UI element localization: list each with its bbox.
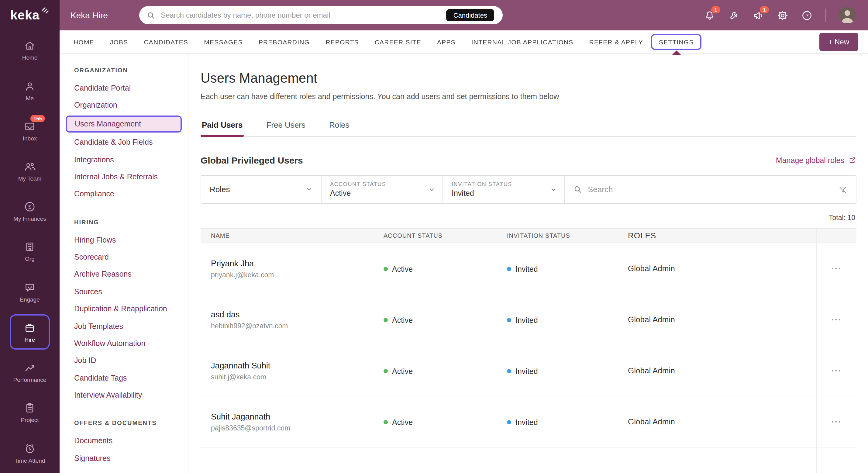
- invitation-status-filter-dropdown[interactable]: INVITATION STATUS Invited: [443, 176, 565, 203]
- help-icon: ?: [801, 9, 813, 21]
- user-cell: Priyank Jha priyank.j@keka.com: [200, 259, 383, 278]
- settings-nav-item[interactable]: Sources: [60, 283, 188, 301]
- module-nav-tab[interactable]: REPORTS: [318, 34, 367, 49]
- module-nav-tab[interactable]: MESSAGES: [196, 34, 250, 49]
- invitation-status-text: Invited: [516, 265, 538, 273]
- users-tab[interactable]: Roles: [328, 120, 351, 136]
- rail-item-home[interactable]: Home: [0, 30, 60, 70]
- global-search[interactable]: Candidates: [140, 6, 503, 24]
- clear-filters-button[interactable]: [838, 185, 847, 194]
- ellipsis-icon: •••: [832, 265, 842, 271]
- row-actions-button[interactable]: •••: [816, 396, 857, 447]
- user-avatar[interactable]: [839, 7, 856, 24]
- settings-nav-item[interactable]: Users Management: [66, 116, 182, 133]
- account-status-text: Active: [392, 316, 413, 324]
- table-row: Suhit Jagannath pajis83635@sportrid.com …: [200, 396, 857, 447]
- rail-item-my-team[interactable]: My Team: [0, 151, 60, 191]
- row-actions-button[interactable]: •••: [816, 243, 857, 294]
- module-nav-tab[interactable]: HOME: [66, 34, 102, 49]
- module-nav-tab[interactable]: PREBOARDING: [251, 34, 318, 49]
- invitation-status-text: Invited: [516, 367, 538, 376]
- main-panel: Users Management Each user can have diff…: [188, 54, 868, 473]
- keka-logo[interactable]: keka: [0, 0, 60, 30]
- rail-item-performance[interactable]: Performance: [0, 352, 60, 392]
- rail-item-my-finances[interactable]: $ My Finances: [0, 191, 60, 231]
- roles-filter-dropdown[interactable]: Roles: [201, 176, 321, 203]
- search-scope-badge[interactable]: Candidates: [446, 9, 494, 21]
- module-nav-tab[interactable]: APPS: [429, 34, 463, 49]
- settings-nav-item[interactable]: Job ID: [60, 352, 188, 369]
- invitation-status-cell: Invited: [507, 314, 628, 325]
- rail-item-me[interactable]: Me: [0, 70, 60, 110]
- table-header: NAME ACCOUNT STATUS INVITATION STATUS RO…: [200, 228, 857, 243]
- invitation-status-cell: Invited: [507, 263, 628, 274]
- column-header-actions: [816, 229, 857, 243]
- rail-item-org[interactable]: Org: [0, 231, 60, 271]
- settings-nav-item[interactable]: Duplication & Reapplication: [60, 300, 188, 318]
- module-nav-tab[interactable]: CANDIDATES: [136, 34, 196, 49]
- row-actions-button[interactable]: •••: [816, 294, 857, 345]
- module-nav-items: HOME JOBS CANDIDATES MESSAGES PREBOARDIN…: [66, 34, 702, 50]
- invited-status-dot: [507, 369, 511, 373]
- rail-item-time-attend[interactable]: Time Attend: [0, 433, 60, 473]
- settings-nav-item[interactable]: Job Templates: [60, 318, 188, 335]
- settings-nav-item[interactable]: Compliance: [60, 186, 188, 203]
- new-button[interactable]: + New: [819, 32, 858, 51]
- user-email: priyank.j@keka.com: [211, 271, 383, 278]
- settings-nav-item[interactable]: Scorecard: [60, 249, 188, 266]
- manage-global-roles-link[interactable]: Manage global roles: [776, 156, 857, 165]
- project-icon: [24, 402, 36, 414]
- sidebar-section-organization: ORGANIZATION Candidate Portal Organizati…: [60, 67, 188, 203]
- user-name: asd das: [211, 310, 383, 319]
- notifications-button[interactable]: 1: [704, 9, 715, 21]
- rail-item-inbox[interactable]: 155 Inbox: [0, 111, 60, 151]
- table-search: [565, 176, 856, 203]
- table-search-input[interactable]: [588, 185, 829, 194]
- settings-nav-item[interactable]: Candidate Tags: [60, 369, 188, 387]
- settings-nav-item[interactable]: Interview Availability: [60, 387, 188, 404]
- account-status-filter-dropdown[interactable]: ACCOUNT STATUS Active: [321, 176, 443, 203]
- announcements-button[interactable]: 1: [752, 9, 764, 21]
- rail-item-project[interactable]: Project: [0, 392, 60, 433]
- settings-gear-button[interactable]: [777, 9, 788, 21]
- users-tab[interactable]: Free Users: [265, 120, 307, 136]
- module-nav-tab[interactable]: JOBS: [102, 34, 136, 49]
- roles-cell: Global Admin: [628, 417, 816, 426]
- module-nav-tab[interactable]: SETTINGS: [651, 34, 702, 50]
- users-tab[interactable]: Paid Users: [200, 120, 244, 136]
- settings-nav-item[interactable]: Internal Jobs & Referrals: [60, 169, 188, 186]
- rail-item-label: Org: [25, 256, 35, 262]
- settings-nav-item[interactable]: Integrations: [60, 151, 188, 169]
- settings-nav-item[interactable]: Signatures: [60, 450, 188, 467]
- column-header-invitation-status: INVITATION STATUS: [507, 232, 628, 239]
- rail-item-label: My Team: [18, 176, 42, 181]
- rail-item-engage[interactable]: Engage: [0, 272, 60, 312]
- module-nav: HOME JOBS CANDIDATES MESSAGES PREBOARDIN…: [60, 30, 868, 54]
- help-button[interactable]: ?: [801, 9, 813, 21]
- settings-nav-item[interactable]: Workflow Automation: [60, 335, 188, 352]
- team-icon: [24, 160, 36, 173]
- chevron-down-icon: [550, 186, 557, 193]
- settings-nav-item[interactable]: Documents: [60, 433, 188, 450]
- global-search-input[interactable]: [161, 11, 441, 20]
- column-header-roles: ROLES: [628, 231, 816, 240]
- rail-item-hire[interactable]: Hire: [0, 312, 60, 352]
- module-nav-tab[interactable]: CAREER SITE: [367, 34, 429, 49]
- setup-tools-button[interactable]: [728, 9, 740, 21]
- settings-nav-item[interactable]: Archive Reasons: [60, 266, 188, 283]
- rail-item-label: Project: [21, 417, 39, 423]
- row-actions-button[interactable]: •••: [816, 345, 857, 396]
- module-nav-tab[interactable]: REFER & APPLY: [581, 34, 651, 49]
- roles-cell: Global Admin: [628, 315, 816, 324]
- module-nav-tab[interactable]: INTERNAL JOB APPLICATIONS: [463, 34, 581, 49]
- active-status-dot: [383, 369, 388, 373]
- settings-nav-item[interactable]: Organization: [60, 97, 188, 114]
- home-icon: [24, 40, 36, 52]
- rail-item-label: Performance: [13, 377, 46, 383]
- row-actions-button[interactable]: [816, 447, 857, 473]
- settings-nav-item[interactable]: Candidate & Job Fields: [60, 134, 188, 151]
- column-header-account-status: ACCOUNT STATUS: [383, 232, 507, 239]
- settings-nav-item[interactable]: Hiring Flows: [60, 231, 188, 249]
- settings-nav-item[interactable]: Candidate Portal: [60, 80, 188, 97]
- user-email: suhit.j@keka.com: [211, 373, 383, 380]
